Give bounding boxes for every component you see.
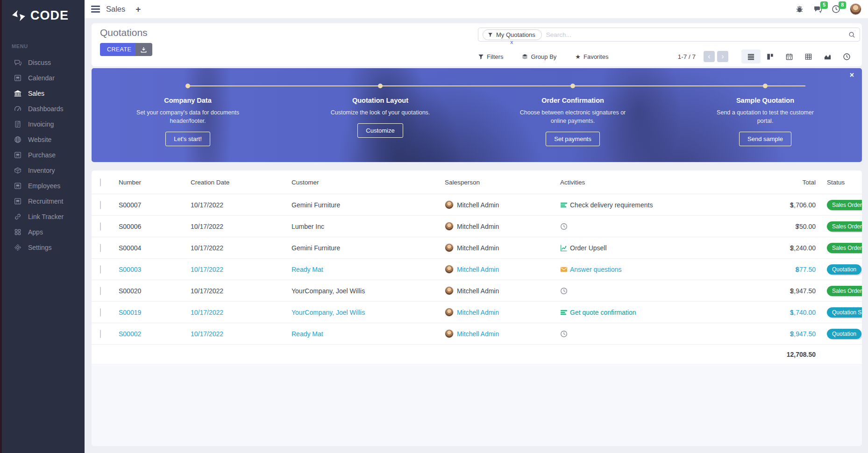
row-checkbox[interactable] <box>100 201 101 209</box>
sidebar-item[interactable]: Inventory <box>2 163 85 178</box>
total-amount: 2,947.50 <box>790 287 816 295</box>
salesperson-name: Mitchell Admin <box>457 309 499 316</box>
onboarding-step: Quotation Layout Customize the look of y… <box>284 97 477 146</box>
row-checkbox[interactable] <box>100 265 101 274</box>
export-button[interactable] <box>135 43 152 56</box>
column-header-activities[interactable]: Activities <box>558 179 724 186</box>
image-icon <box>14 182 22 190</box>
table-row[interactable]: S00003 10/17/2022 Ready Mat Mitchell Adm… <box>92 258 862 280</box>
step-action-button[interactable]: Send sample <box>739 132 791 146</box>
table-row[interactable]: S00007 10/17/2022 Gemini Furniture Mitch… <box>92 194 862 215</box>
row-activity[interactable]: Answer questions <box>558 266 724 273</box>
row-checkbox[interactable] <box>100 308 101 317</box>
row-number: S00003 <box>114 266 188 273</box>
status-badge: Sales Order <box>827 221 862 232</box>
total-amount: 2,240.00 <box>790 244 816 252</box>
row-activity[interactable] <box>558 287 724 295</box>
table-row[interactable]: S00019 10/17/2022 YourCompany, Joel Will… <box>92 301 862 323</box>
sidebar-item[interactable]: Website <box>2 132 85 147</box>
sidebar-item[interactable]: Settings <box>2 240 85 255</box>
table-row[interactable]: S00020 10/17/2022 YourCompany, Joel Will… <box>92 280 862 301</box>
sidebar-item[interactable]: Calendar <box>2 70 85 85</box>
hamburger-menu-icon[interactable] <box>91 6 100 13</box>
column-header-customer[interactable]: Customer <box>288 179 442 186</box>
row-activity[interactable] <box>558 223 724 230</box>
search-facet-my-quotations[interactable]: My Quotations <box>483 29 542 40</box>
row-total: $1,740.00 <box>724 309 818 316</box>
sidebar-item-label: Invoicing <box>28 120 54 128</box>
sidebar-item[interactable]: Purchase <box>2 147 85 163</box>
messages-icon[interactable]: 5 <box>813 5 822 14</box>
row-checkbox[interactable] <box>100 330 101 338</box>
sidebar-item[interactable]: Dashboards <box>2 101 85 116</box>
view-switch-button[interactable] <box>761 50 780 64</box>
view-switch-button[interactable] <box>741 50 761 64</box>
banner-close-icon[interactable]: × <box>850 71 854 79</box>
view-switch-button[interactable] <box>837 50 856 64</box>
search-input[interactable] <box>546 31 848 38</box>
step-title: Sample Quotation <box>669 97 861 104</box>
search-icon[interactable] <box>848 31 855 38</box>
sidebar-item-label: Employees <box>28 182 60 190</box>
layers-icon <box>522 54 528 60</box>
step-action-button[interactable]: Customize <box>357 123 403 138</box>
sidebar-item-label: Settings <box>28 244 52 251</box>
select-all-checkbox[interactable] <box>100 178 101 186</box>
column-header-total[interactable]: Total <box>724 179 818 186</box>
facet-remove-icon[interactable]: x <box>510 39 513 45</box>
debug-bug-icon[interactable] <box>795 5 804 14</box>
pager-previous-button[interactable]: ‹ <box>704 51 715 62</box>
column-header-creation-date[interactable]: Creation Date <box>188 179 288 186</box>
row-activity[interactable]: Order Upsell <box>558 244 724 252</box>
group-by-button[interactable]: Group By <box>522 53 556 60</box>
filters-button[interactable]: Filters <box>478 53 503 60</box>
sidebar-item[interactable]: Recruitment <box>2 193 85 209</box>
sidebar-item-label: Apps <box>28 228 43 236</box>
table-row[interactable]: S00002 10/17/2022 Ready Mat Mitchell Adm… <box>92 323 862 344</box>
column-header-number[interactable]: Number <box>114 179 188 186</box>
active-app-tab[interactable]: Sales <box>106 5 125 14</box>
brand-logo[interactable]: CODE <box>2 0 85 23</box>
row-activity[interactable]: Check delivery requirements <box>558 201 724 209</box>
row-creation-date: 10/17/2022 <box>188 287 288 295</box>
sidebar-item[interactable]: Discuss <box>2 55 85 70</box>
column-header-status[interactable]: Status <box>818 179 862 186</box>
user-avatar[interactable] <box>850 3 861 15</box>
row-activity[interactable] <box>558 330 724 338</box>
sidebar-item[interactable]: Apps <box>2 224 85 240</box>
sidebar-item[interactable]: $ Invoicing <box>2 116 85 132</box>
view-switch-button[interactable] <box>780 50 799 64</box>
new-tab-button[interactable]: + <box>135 4 141 14</box>
row-checkbox[interactable] <box>100 287 101 295</box>
column-header-salesperson[interactable]: Salesperson <box>442 179 558 186</box>
filters-label: Filters <box>487 53 503 60</box>
search-bar[interactable]: My Quotations <box>478 28 860 42</box>
row-checkbox[interactable] <box>100 244 101 252</box>
row-activity[interactable]: Get quote confirmation <box>558 309 724 316</box>
sidebar-item[interactable]: Employees <box>2 178 85 193</box>
graph-icon <box>824 53 832 61</box>
table-row[interactable]: S00004 10/17/2022 Gemini Furniture Mitch… <box>92 237 862 258</box>
sidebar-item-label: Link Tracker <box>28 213 64 220</box>
table-row[interactable]: S00006 10/17/2022 Lumber Inc Mitchell Ad… <box>92 215 862 237</box>
row-number: S00020 <box>114 287 188 295</box>
sidebar-item[interactable]: Link Tracker <box>2 209 85 224</box>
row-checkbox[interactable] <box>100 222 101 231</box>
menu-section-label: MENU <box>12 43 85 49</box>
favorites-button[interactable]: ★ Favorites <box>575 53 608 60</box>
salesperson-avatar <box>445 329 454 338</box>
salesperson-name: Mitchell Admin <box>457 330 499 338</box>
onboarding-step: Sample Quotation Send a quotation to tes… <box>669 97 861 146</box>
step-action-button[interactable]: Let's start! <box>165 132 210 146</box>
activities-clock-icon[interactable]: 8 <box>832 5 840 14</box>
create-button[interactable]: CREATE <box>100 43 138 56</box>
status-badge: Quotation <box>827 329 861 339</box>
pager-next-button[interactable]: › <box>717 51 728 62</box>
sidebar-item[interactable]: Sales <box>2 85 85 101</box>
page-title: Quotations <box>100 27 148 38</box>
step-action-button[interactable]: Set payments <box>546 132 600 146</box>
view-switch-button[interactable] <box>799 50 818 64</box>
sidebar-item-label: Inventory <box>28 167 55 174</box>
timeline-dot <box>570 84 575 88</box>
view-switch-button[interactable] <box>818 50 837 64</box>
